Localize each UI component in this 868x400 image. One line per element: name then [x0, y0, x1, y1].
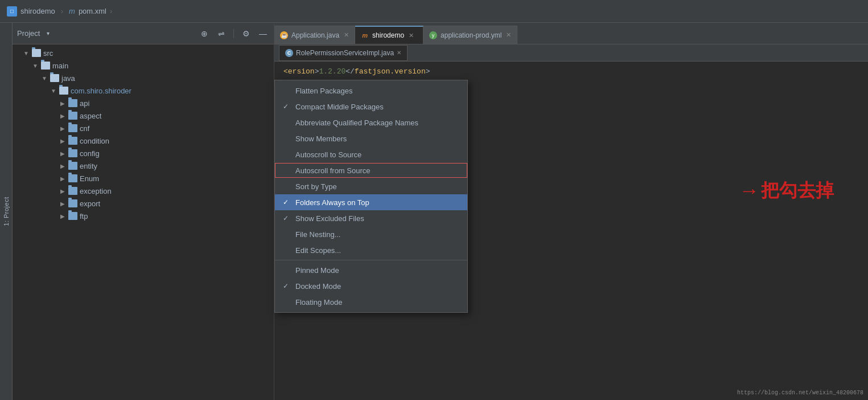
tree-item-enum[interactable]: ▶ Enum	[13, 172, 274, 185]
folder-icon-entity	[68, 162, 77, 170]
tree-item-aspect[interactable]: ▶ aspect	[13, 109, 274, 122]
tab-label-shirodemo: shirodemo	[372, 31, 404, 39]
tab-close-yml[interactable]: ✕	[506, 31, 511, 39]
settings-icon[interactable]: ⚙	[240, 27, 252, 40]
minimize-icon[interactable]: —	[257, 27, 269, 40]
tab-shirodemo[interactable]: m shirodemo ✕	[355, 26, 423, 44]
tree-arrow-config: ▶	[58, 149, 67, 158]
tree-item-cnf[interactable]: ▶ cnf	[13, 122, 274, 134]
watermark: https://blog.csdn.net/weixin_48200678	[737, 389, 863, 398]
menu-sep1	[275, 260, 467, 260]
tree-item-com[interactable]: ▼ com.shiro.shiroder	[13, 84, 274, 97]
tree-arrow-condition: ▶	[58, 136, 67, 145]
tree-item-exception[interactable]: ▶ exception	[13, 185, 274, 197]
folder-icon-aspect	[68, 112, 77, 120]
tree-label-ftp: ftp	[80, 212, 88, 221]
tree-label-export: export	[80, 199, 100, 208]
menu-label-nesting: File Nesting...	[295, 230, 340, 239]
tree-arrow-entity: ▶	[58, 161, 67, 170]
side-tab-label: 1: Project	[3, 197, 10, 226]
menu-sort-type[interactable]: Sort by Type	[275, 178, 467, 194]
tree-arrow-aspect: ▶	[58, 111, 67, 120]
menu-file-nesting[interactable]: File Nesting...	[275, 226, 467, 242]
project-name: shirodemo	[20, 7, 55, 15]
code-line-1: <ersion>1.2.20</fastjson.version>	[283, 66, 859, 78]
menu-abbreviate[interactable]: Abbreviate Qualified Package Names	[275, 115, 467, 130]
sub-tab-rolePerm[interactable]: C RolePermissionServiceImpl.java ✕	[279, 45, 408, 61]
file-type-icon: m	[69, 7, 75, 15]
tree-arrow-export: ▶	[58, 199, 67, 208]
menu-autoscroll-from[interactable]: Autoscroll from Source	[275, 162, 467, 178]
tree-item-api[interactable]: ▶ api	[13, 97, 274, 109]
menu-label-floating: Floating Mode	[295, 298, 342, 307]
menu-label-abbreviate: Abbreviate Qualified Package Names	[295, 119, 418, 127]
menu-label-scopes: Edit Scopes...	[295, 246, 341, 255]
tab-yml[interactable]: y application-prod.yml ✕	[423, 26, 517, 44]
menu-autoscroll-to[interactable]: Autoscroll to Source	[275, 146, 467, 162]
folder-icon-src	[32, 49, 41, 57]
folder-icon-enum	[68, 174, 77, 182]
checkmark-docked: ✓	[283, 282, 289, 290]
menu-pinned-mode[interactable]: Pinned Mode	[275, 262, 467, 278]
title-sep2: ›	[110, 7, 112, 15]
sub-tab-close[interactable]: ✕	[397, 50, 401, 56]
checkmark-folders: ✓	[283, 198, 289, 206]
menu-floating-mode[interactable]: Floating Mode	[275, 294, 467, 310]
app-icon: □	[7, 6, 17, 17]
main-area: 1: Project Project ▾ ⊕ ⇌ ⚙ — ▼ src	[0, 23, 868, 400]
tree-arrow-com: ▼	[49, 86, 58, 95]
tab-icon-application: ☕	[280, 31, 288, 39]
tree-item-config[interactable]: ▶ config	[13, 147, 274, 160]
tree-label-condition: condition	[80, 137, 109, 145]
project-toolbar: Project ▾ ⊕ ⇌ ⚙ —	[13, 23, 274, 44]
tree-label-src: src	[43, 49, 53, 58]
project-dropdown-arrow[interactable]: ▾	[47, 30, 50, 36]
tree-arrow-ftp: ▶	[58, 211, 67, 221]
tab-label-application: Application.java	[291, 31, 339, 39]
menu-flatten-packages[interactable]: Flatten Packages	[275, 83, 467, 99]
tab-icon-shirodemo: m	[361, 31, 369, 39]
menu-edit-scopes[interactable]: Edit Scopes...	[275, 242, 467, 258]
tree-item-entity[interactable]: ▶ entity	[13, 160, 274, 172]
folder-icon-export	[68, 199, 77, 207]
title-sep1: ›	[61, 7, 63, 15]
menu-show-members[interactable]: Show Members	[275, 130, 467, 146]
tree-arrow-java: ▼	[40, 74, 49, 83]
tree-label-config: config	[80, 149, 100, 158]
menu-label-flatten: Flatten Packages	[295, 87, 352, 95]
tree-label-aspect: aspect	[80, 112, 101, 120]
tree-item-main[interactable]: ▼ main	[13, 59, 274, 72]
context-menu-overlay: Flatten Packages ✓ Compact Middle Packag…	[274, 80, 468, 313]
tree-item-src[interactable]: ▼ src	[13, 47, 274, 59]
folder-icon-com	[59, 87, 68, 95]
equalize-icon[interactable]: ⇌	[215, 27, 228, 40]
menu-label-autoscroll-from: Autoscroll from Source	[295, 166, 371, 175]
tree-arrow-enum: ▶	[58, 174, 67, 183]
menu-folders-top[interactable]: ✓ Folders Always on Top	[275, 194, 467, 210]
tab-application[interactable]: ☕ Application.java ✕	[274, 26, 355, 44]
menu-show-excluded[interactable]: ✓ Show Excluded Files	[275, 210, 467, 226]
project-panel: Project ▾ ⊕ ⇌ ⚙ — ▼ src ▼ main	[13, 23, 274, 400]
menu-docked-mode[interactable]: ✓ Docked Mode	[275, 278, 467, 294]
sub-tab-label: RolePermissionServiceImpl.java	[296, 49, 394, 57]
tree-label-cnf: cnf	[80, 124, 89, 133]
side-tab-project[interactable]: 1: Project	[0, 23, 13, 400]
toolbar-sep	[233, 29, 234, 38]
tab-close-shirodemo[interactable]: ✕	[409, 32, 414, 39]
sub-tab-icon: C	[285, 49, 293, 57]
tab-close-application[interactable]: ✕	[344, 31, 349, 39]
context-menu: Flatten Packages ✓ Compact Middle Packag…	[274, 80, 468, 313]
tree-label-exception: exception	[80, 187, 112, 195]
tree-item-java[interactable]: ▼ java	[13, 72, 274, 84]
tree-arrow-cnf: ▶	[58, 124, 67, 133]
tab-bar: ☕ Application.java ✕ m shirodemo ✕ y app…	[274, 23, 868, 44]
tree-item-export[interactable]: ▶ export	[13, 197, 274, 210]
menu-compact-middle[interactable]: ✓ Compact Middle Packages	[275, 99, 467, 115]
tree-label-java: java	[61, 74, 75, 83]
tree-arrow-exception: ▶	[58, 186, 67, 195]
file-tree: ▼ src ▼ main ▼ java ▼	[13, 44, 274, 400]
tree-item-ftp[interactable]: ▶ ftp	[13, 210, 274, 222]
tree-item-condition[interactable]: ▶ condition	[13, 134, 274, 147]
add-icon[interactable]: ⊕	[198, 27, 211, 40]
menu-label-docked: Docked Mode	[295, 282, 341, 291]
